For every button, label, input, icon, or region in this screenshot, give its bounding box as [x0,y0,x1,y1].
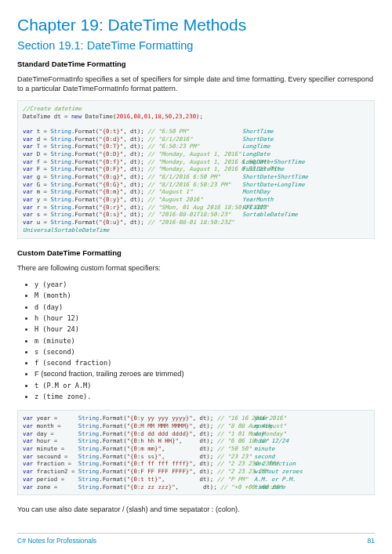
custom-intro-paragraph: There are following custom format specif… [17,263,375,273]
list-item: F (second fraction, trailing zeroes are … [34,368,375,379]
page-footer: C# Notes for Professionals 81 [17,533,375,545]
intro-paragraph: DateTimeFormatInfo specifies a set of sp… [17,74,375,94]
chapter-title: Chapter 19: DateTime Methods [17,16,375,34]
list-item: h (hour 12) [34,313,375,324]
page-number: 81 [368,537,375,545]
code-comment: //Create datetime [23,105,82,112]
footer-title: C# Notes for Professionals [17,537,96,545]
separator-paragraph: You can use also date separator / (slash… [17,505,375,514]
code-block-custom: var year = String.Format("{0:y yy yyy yy… [17,410,375,495]
list-item: f (second fraction) [34,357,375,368]
section-title: Section 19.1: DateTime Formatting [17,39,375,52]
specifier-list: y (year) M (month) d (day) h (hour 12) H… [17,279,375,402]
list-item: H (hour 24) [34,324,375,335]
heading-custom: Custom DateTime Formatting [17,248,375,257]
code-block-standard: //Create datetime DateTime dt = new Date… [17,100,375,239]
list-item: s (second) [34,346,375,357]
list-item: d (day) [34,302,375,313]
heading-standard: Standard DateTime Formatting [17,60,375,68]
list-item: M (month) [34,290,375,301]
list-item: z (time zone). [34,391,375,402]
list-item: t (P.M or A.M) [34,380,375,391]
list-item: m (minute) [34,335,375,346]
list-item: y (year) [34,279,375,290]
